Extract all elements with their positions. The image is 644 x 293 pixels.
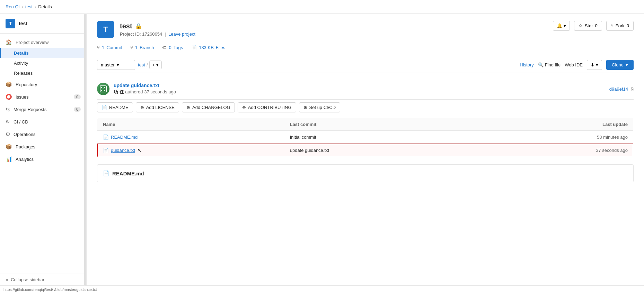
sidebar-item-analytics[interactable]: 📊 Analytics — [0, 153, 86, 165]
add-license-button[interactable]: ⊕ Add LICENSE — [136, 102, 179, 112]
chevron-down-icon: ▾ — [117, 62, 119, 67]
sidebar-project-avatar: T — [6, 19, 15, 28]
project-id: Project ID: 17260654 — [120, 31, 162, 37]
branch-select[interactable]: master ▾ — [97, 60, 135, 70]
file-name-text: guidance.txt — [111, 148, 135, 153]
chevron-down-icon-small: ▾ — [156, 62, 159, 67]
sidebar-project-overview-label: Project overview — [16, 40, 48, 45]
project-header: T test 🔒 Project ID: 17260654 | Leave pr… — [97, 21, 634, 38]
commit-hash[interactable]: d9a9ef14 ⎘ — [609, 86, 634, 92]
lock-icon: 🔒 — [135, 23, 142, 29]
sidebar-item-merge-requests[interactable]: ⇆ Merge Requests 0 — [0, 103, 86, 116]
add-changelog-label: Add CHANGELOG — [192, 105, 230, 110]
file-commit-cell: update guidance.txt — [284, 144, 473, 157]
file-update-cell: 37 seconds ago — [473, 144, 633, 157]
sidebar-details-label: Details — [14, 51, 29, 56]
sidebar-item-operations[interactable]: ⚙ Operations — [0, 128, 86, 140]
branch-icon: ⑂ — [130, 45, 133, 50]
history-button[interactable]: History — [520, 62, 533, 67]
path-name[interactable]: test — [138, 62, 145, 67]
status-url: https://gitlab.com/renqiqi/test/-/blob/m… — [3, 287, 97, 292]
add-contributing-button[interactable]: ⊕ Add CONTRIBUTING — [238, 102, 296, 112]
commit-icon: ⑂ — [97, 45, 100, 50]
readme-section: 📄 README.md — [97, 164, 634, 182]
stat-tags[interactable]: 🏷 0 Tags — [162, 45, 183, 50]
files-icon: 📄 — [191, 45, 197, 50]
repository-icon: 📦 — [6, 81, 12, 88]
copy-hash-button[interactable]: ⎘ — [631, 86, 634, 92]
path-add-button[interactable]: + ▾ — [149, 61, 162, 69]
fork-icon: ⑂ — [611, 23, 614, 28]
star-label: Star — [585, 23, 593, 28]
readme-icon: 📄 — [102, 105, 107, 110]
add-changelog-button[interactable]: ⊕ Add CHANGELOG — [182, 102, 235, 112]
setup-cicd-button[interactable]: ⊕ Set up CI/CD — [299, 102, 341, 112]
sidebar-item-details[interactable]: Details — [0, 48, 86, 58]
readme-button[interactable]: 📄 README — [97, 102, 133, 112]
sidebar-item-cicd[interactable]: ↻ CI / CD — [0, 116, 86, 128]
web-ide-button[interactable]: Web IDE — [565, 62, 583, 67]
col-update: Last update — [473, 118, 633, 131]
breadcrumb-test[interactable]: test — [25, 4, 33, 9]
fork-label: Fork — [616, 23, 625, 28]
find-file-button[interactable]: 🔍 Find file — [538, 62, 561, 67]
tag-icon: 🏷 — [162, 45, 167, 50]
sidebar-project-header[interactable]: T test — [0, 14, 86, 34]
merge-requests-icon: ⇆ — [6, 106, 10, 112]
branch-name: master — [101, 62, 115, 67]
sidebar-collapse-button[interactable]: « Collapse sidebar — [0, 274, 86, 285]
leave-project-link[interactable]: Leave project — [168, 31, 195, 37]
sidebar-item-project-overview[interactable]: 🏠 Project overview — [0, 36, 86, 48]
clone-button[interactable]: Clone ▾ — [606, 60, 634, 70]
project-avatar: T — [97, 21, 114, 38]
file-link[interactable]: 📄 README.md — [103, 134, 279, 140]
star-button[interactable]: ☆ Star 0 — [574, 21, 602, 31]
commit-details: update guidance.txt 項 任 authored 37 seco… — [114, 83, 176, 95]
fork-button[interactable]: ⑂ Fork 0 — [606, 21, 634, 31]
download-icon: ⬇ — [591, 62, 594, 67]
file-commit-cell: Initial commit — [284, 131, 473, 144]
stat-commits[interactable]: ⑂ 1 Commit — [97, 45, 122, 50]
table-row: 📄 guidance.txt ↖ update guidance.txt 37 … — [97, 144, 634, 157]
file-icon: 📄 — [103, 134, 109, 140]
commit-message[interactable]: update guidance.txt — [114, 83, 176, 88]
project-title: test 🔒 — [120, 22, 195, 30]
download-button[interactable]: ⬇ ▾ — [587, 60, 602, 70]
file-name-cell: 📄 README.md — [97, 131, 284, 144]
sidebar-releases-label: Releases — [14, 71, 33, 76]
sidebar-issues-label: Issues — [16, 94, 29, 100]
sidebar-scrollbar[interactable] — [84, 14, 86, 285]
sidebar-cicd-label: CI / CD — [14, 119, 28, 125]
stat-files[interactable]: 📄 133 KB Files — [191, 45, 225, 50]
sidebar-operations-label: Operations — [14, 132, 36, 137]
project-actions: 🔔 ▾ ☆ Star 0 ⑂ Fork 0 — [553, 21, 634, 31]
bell-icon: 🔔 — [557, 23, 562, 28]
sidebar-item-repository[interactable]: 📦 Repository — [0, 78, 86, 91]
add-contributing-icon: ⊕ — [242, 105, 246, 110]
sidebar-nav: 🏠 Project overview Details Activity Rele… — [0, 34, 86, 168]
setup-cicd-icon: ⊕ — [303, 105, 307, 110]
branch-label: Branch — [140, 45, 154, 50]
sidebar-item-releases[interactable]: Releases — [0, 68, 86, 78]
readme-label: README — [109, 105, 129, 110]
file-link[interactable]: 📄 guidance.txt ↖ — [103, 147, 279, 154]
file-table: Name Last commit Last update 📄 README.md… — [97, 118, 634, 157]
sidebar-item-packages[interactable]: 📦 Packages — [0, 140, 86, 153]
breadcrumb-sep-2: › — [35, 4, 36, 9]
sidebar-item-activity[interactable]: Activity — [0, 58, 86, 68]
stat-branches[interactable]: ⑂ 1 Branch — [130, 45, 154, 50]
top-breadcrumb: Ren Qi › test › Details — [0, 0, 644, 14]
branch-count: 1 — [135, 45, 138, 50]
breadcrumb-renqi[interactable]: Ren Qi — [6, 4, 19, 9]
project-name-text: test — [120, 22, 132, 30]
commit-author-name: 項 任 — [114, 89, 124, 94]
commit-info: update guidance.txt 項 任 authored 37 seco… — [97, 79, 634, 100]
file-name-text: README.md — [111, 135, 138, 140]
notifications-button[interactable]: 🔔 ▾ — [553, 21, 570, 31]
commit-count: 1 — [102, 45, 104, 50]
chevron-down-icon: ▾ — [564, 23, 566, 28]
sidebar-item-issues[interactable]: ⭕ Issues 0 — [0, 91, 86, 103]
sidebar-analytics-label: Analytics — [16, 157, 34, 162]
clone-label: Clone — [612, 62, 624, 67]
file-update-cell: 58 minutes ago — [473, 131, 633, 144]
